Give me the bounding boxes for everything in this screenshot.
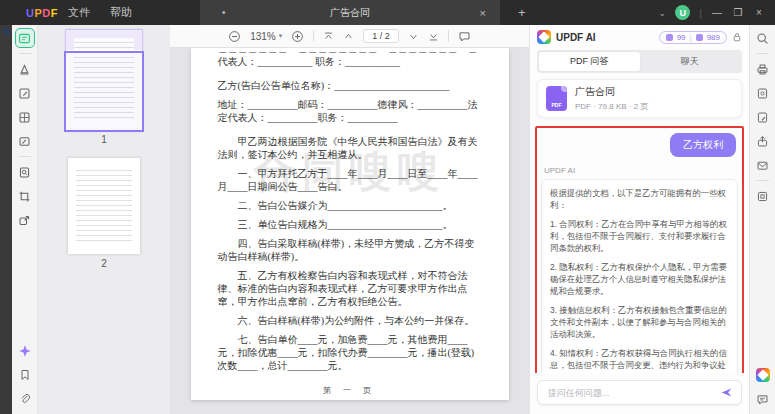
updf-logo: U P D F [26, 7, 58, 19]
page-footer: 第 一 页 [218, 384, 482, 397]
zoom-in-button[interactable] [291, 30, 304, 43]
window-edge-strip [0, 25, 12, 414]
comment-markup-button[interactable] [16, 60, 34, 78]
crop-button[interactable] [16, 187, 34, 205]
previous-page-button[interactable] [343, 31, 354, 42]
updf-ai-logo-icon [756, 368, 770, 382]
rail-divider [19, 53, 31, 54]
last-page-button[interactable] [428, 31, 439, 42]
toolbar-divider [448, 30, 449, 42]
pdf-file-icon: PDF [546, 86, 567, 111]
doc-paragraph: 甲乙两边根据国务院《中华人民共和国告白法》及有关法则，签订本公约，并互相遵从。 [218, 135, 482, 161]
viewport-indicator[interactable] [64, 51, 144, 132]
credit-count-right: 989 [707, 33, 720, 42]
edge-dot [3, 28, 10, 35]
ai-input-bar [530, 373, 749, 414]
document-scroll-area[interactable]: 合同嗖嗖 ＿＿＿＿＿＿＿ ＿＿＿＿＿＿＿＿ ＿＿＿＿＿＿＿ ＿＿＿＿＿＿＿ 代表… [170, 48, 529, 414]
file-card[interactable]: PDF 广告合同 PDF · 79.8 KB · 2 页 [537, 79, 742, 118]
file-meta: PDF · 79.8 KB · 2 页 [575, 101, 648, 112]
file-name: 广告合同 [575, 85, 648, 99]
pdf-icon-label: PDF [546, 102, 567, 108]
zoom-level-value: 131% [250, 31, 276, 42]
reader-mode-button[interactable] [16, 29, 34, 47]
tab-pdf-qa[interactable]: PDF 问答 [539, 52, 640, 71]
feedback-comment-button[interactable] [754, 390, 772, 408]
ai-response-highlight: 乙方权利 UPDF AI 根据提供的文档，以下是乙方可能拥有的一些权利： 1. … [535, 126, 744, 373]
rail-divider [757, 180, 769, 181]
doc-paragraph: 一、甲方拜托乙方于____年____月____日至____年____月____日… [218, 167, 482, 193]
next-page-button[interactable] [408, 31, 419, 42]
minimize-button[interactable]: — [711, 7, 723, 18]
ai-response-paragraph: 3. 接触信息权利：乙方有权接触包含重要信息的文件和文件副本，以便了解和参与与合… [550, 304, 729, 340]
credit-count-left: 99 [677, 33, 686, 42]
edit-pdf-button[interactable] [16, 84, 34, 102]
lock-icon[interactable] [732, 32, 742, 42]
ai-message-author: UPDF AI [544, 166, 738, 175]
credit-icon [696, 34, 703, 41]
bookmark-button[interactable] [16, 366, 34, 384]
ai-response-paragraph: 2. 隐私权利：乙方有权保护个人隐私，甲方需要确保在处理乙方个人信息时遵守相关隐… [550, 261, 729, 297]
fill-sign-button[interactable] [16, 132, 34, 150]
pdf-icon-fold [561, 86, 567, 92]
organize-pages-button[interactable] [16, 108, 34, 126]
ai-question-input[interactable] [546, 387, 714, 399]
updf-ai-panel: UPDF AI 99 | 989 PDF 问答 聊天 PDF 广告合同 [529, 25, 749, 414]
page-thumbnail-2[interactable] [68, 158, 140, 254]
ai-assistant-icon[interactable] [16, 342, 34, 360]
doc-paragraph: 地址：__________邮码：__________德律风：__________… [218, 98, 482, 124]
credit-icon [666, 34, 673, 41]
tab-chat[interactable]: 聊天 [640, 52, 741, 71]
document-area: 131% ▾ 1 / 2 [170, 25, 529, 414]
menu-file[interactable]: 文件 [58, 5, 100, 20]
ai-credits-badge[interactable]: 99 | 989 [659, 31, 727, 44]
save-as-button[interactable] [754, 108, 772, 126]
ai-message-card: 根据提供的文档，以下是乙方可能拥有的一些权利： 1. 合同权利：乙方在合同中享有… [541, 179, 738, 373]
document-tab[interactable]: • 广告合同 × [200, 0, 500, 25]
user-avatar[interactable]: U [675, 5, 690, 20]
search-button[interactable] [754, 29, 772, 47]
doc-paragraph: 四、告白采取样稿(样带)，未经甲方赞成，乙方不得变动告白样稿(样带)。 [218, 237, 482, 263]
logo-letter: U [26, 7, 34, 19]
titlebar-dropdown-icon[interactable]: ⌄ [659, 8, 667, 18]
zoom-level-select[interactable]: 131% ▾ [250, 31, 282, 42]
export-button[interactable] [16, 211, 34, 229]
tab-title: 广告合同 [200, 6, 500, 20]
thumbnail-label-1: 1 [101, 134, 107, 145]
restore-button[interactable]: ❐ [732, 7, 744, 18]
ocr-button[interactable] [16, 163, 34, 181]
rail-divider [19, 156, 31, 157]
chevron-down-icon: ▾ [279, 32, 283, 40]
email-button[interactable] [754, 156, 772, 174]
right-tool-rail [749, 25, 775, 414]
zoom-out-button[interactable] [228, 30, 241, 43]
tab-close-icon[interactable]: × [480, 7, 486, 19]
ai-response-paragraph: 1. 合同权利：乙方在合同中享有与甲方相等的权利，包括但不限于合同履行、支付和要… [550, 218, 729, 254]
attachment-button[interactable] [16, 390, 34, 408]
first-page-button[interactable] [323, 31, 334, 42]
thumbnail-label-2: 2 [101, 258, 107, 269]
page-indicator[interactable]: 1 / 2 [363, 29, 399, 43]
share-button[interactable] [754, 132, 772, 150]
comment-tool-button[interactable] [458, 30, 471, 43]
send-icon[interactable] [720, 386, 733, 399]
pdf-page[interactable]: 合同嗖嗖 ＿＿＿＿＿＿＿ ＿＿＿＿＿＿＿＿ ＿＿＿＿＿＿＿ ＿＿＿＿＿＿＿ 代表… [191, 48, 509, 400]
ai-panel-title: UPDF AI [556, 32, 596, 43]
updf-ai-rail-icon[interactable] [754, 366, 772, 384]
close-button[interactable]: × [753, 7, 765, 18]
doc-paragraph: 五、乙方有权检察告白内容和表现式样，对不符合法律、标准的告白内容和表现式样，乙方… [218, 269, 482, 308]
logo-letter: F [51, 7, 58, 19]
page-thumbnail-1[interactable] [66, 30, 142, 130]
doc-paragraph: 七、告白单价____元，加急费____元，其他费用____元，扣除优惠____元… [218, 333, 482, 372]
document-toolbar: 131% ▾ 1 / 2 [170, 25, 529, 48]
save-button[interactable] [754, 84, 772, 102]
doc-paragraph: 乙方(告白公告单位名称)：_______________________ [218, 79, 482, 92]
doc-paragraph: 二、告白公告媒介为_______________________。 [218, 199, 482, 212]
print-button[interactable] [754, 60, 772, 78]
ai-tabs: PDF 问答 聊天 [537, 50, 742, 73]
new-tab-button[interactable]: + [518, 5, 526, 20]
chat-area[interactable]: 乙方权利 UPDF AI 根据提供的文档，以下是乙方可能拥有的一些权利： 1. … [530, 126, 749, 373]
rail-divider [757, 53, 769, 54]
user-message-bubble: 乙方权利 [670, 133, 736, 157]
menu-help[interactable]: 帮助 [100, 5, 142, 20]
flatten-button[interactable] [754, 187, 772, 205]
